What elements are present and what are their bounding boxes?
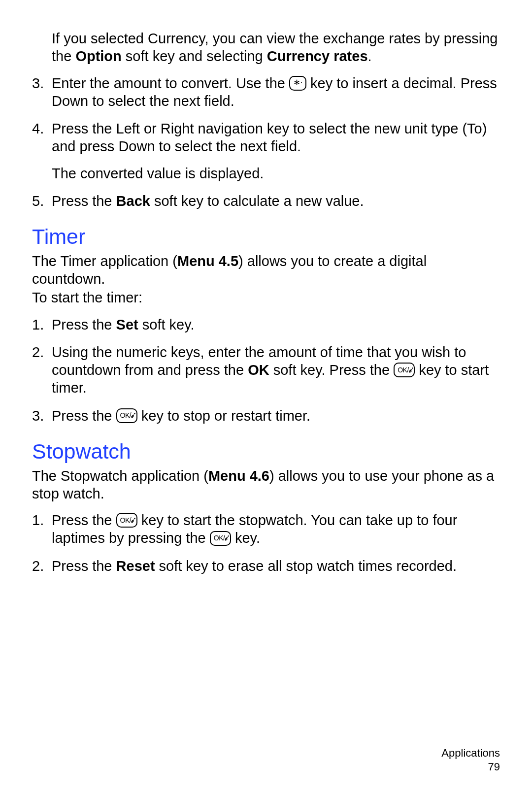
text-bold: Menu 4.5: [177, 253, 238, 269]
text: soft key to erase all stop watch times r…: [155, 558, 457, 574]
text: Press the Left or Right navigation key t…: [52, 120, 500, 156]
step-number: 1.: [32, 511, 52, 547]
step-number: 3.: [32, 407, 52, 425]
text: soft key and selecting: [122, 48, 267, 64]
page-footer: Applications 79: [441, 746, 500, 774]
text: soft key to calculate a new value.: [150, 193, 364, 209]
footer-section: Applications: [441, 746, 500, 761]
ok-key-icon: [116, 408, 137, 423]
step-number: 5.: [32, 192, 52, 210]
stopwatch-step-2: 2. Press the Reset soft key to erase all…: [32, 557, 500, 575]
timer-step-3: 3. Press the key to stop or restart time…: [32, 407, 500, 425]
text-bold: Back: [116, 193, 150, 209]
text: The Timer application (: [32, 253, 177, 269]
step-4: 4. Press the Left or Right navigation ke…: [32, 120, 500, 182]
text-bold: OK: [248, 362, 269, 378]
ok-key-icon: [394, 363, 415, 377]
text-bold: Currency rates: [267, 48, 368, 64]
star-key-icon: [289, 76, 306, 91]
step-number: 4.: [32, 120, 52, 182]
timer-intro: The Timer application (Menu 4.5) allows …: [32, 252, 500, 288]
footer-page-number: 79: [441, 760, 500, 774]
timer-step-2: 2. Using the numeric keys, enter the amo…: [32, 343, 500, 397]
text: key.: [235, 530, 260, 546]
text: Press the: [52, 408, 116, 424]
text-bold: Set: [116, 317, 138, 332]
text: Press the: [52, 317, 116, 332]
timer-step-1: 1. Press the Set soft key.: [32, 316, 500, 333]
stopwatch-heading: Stopwatch: [32, 438, 500, 465]
text: Press the: [52, 558, 116, 574]
timer-heading: Timer: [32, 224, 500, 250]
step-number: 2.: [32, 557, 52, 575]
step-3: 3. Enter the amount to convert. Use the …: [32, 74, 500, 110]
page: If you selected Currency, you can view t…: [0, 0, 532, 798]
step-number: 1.: [32, 316, 52, 333]
step-number: 3.: [32, 74, 52, 110]
text: key to stop or restart timer.: [141, 408, 310, 424]
text: Enter the amount to convert. Use the: [52, 75, 289, 91]
text: soft key.: [138, 317, 195, 332]
text-bold: Option: [75, 48, 121, 64]
text-bold: Menu 4.6: [208, 468, 269, 484]
timer-start: To start the timer:: [32, 289, 500, 306]
text: The converted value is displayed.: [52, 165, 500, 182]
text-bold: Reset: [116, 558, 155, 574]
ok-key-icon: [210, 531, 231, 546]
text: The Stopwatch application (: [32, 468, 208, 484]
step-5: 5. Press the Back soft key to calculate …: [32, 192, 500, 210]
text: soft key. Press the: [269, 362, 394, 378]
stopwatch-step-1: 1. Press the key to start the stopwatch.…: [32, 511, 500, 547]
stopwatch-intro: The Stopwatch application (Menu 4.6) all…: [32, 467, 500, 503]
text: Press the: [52, 193, 116, 209]
text: Press the: [52, 512, 116, 528]
currency-note: If you selected Currency, you can view t…: [52, 30, 500, 66]
step-number: 2.: [32, 343, 52, 397]
ok-key-icon: [116, 513, 137, 528]
text: .: [368, 48, 372, 64]
